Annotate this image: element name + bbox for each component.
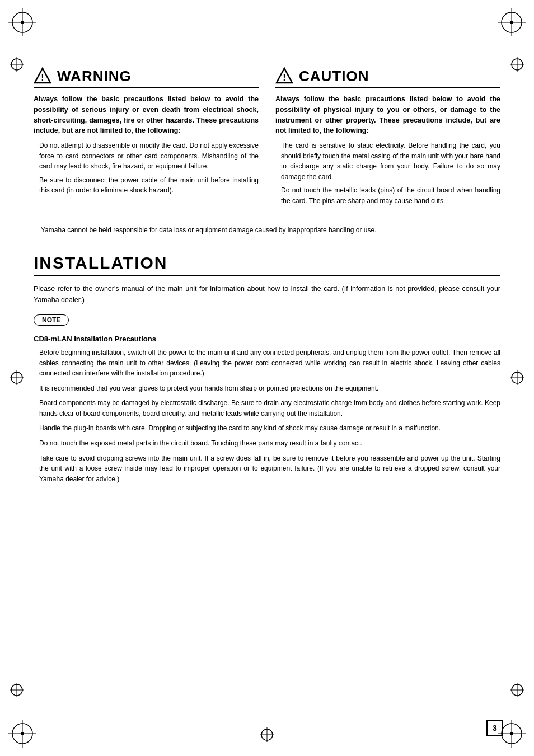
side-mark-left-mid [8, 369, 25, 388]
side-mark-right-bot [509, 682, 526, 700]
warning-icon: ! [34, 67, 51, 85]
note-label: NOTE [34, 314, 69, 326]
installation-sub-heading: CD8-mLAN Installation Precautions [34, 335, 500, 343]
caution-intro: Always follow the basic precautions list… [275, 94, 500, 136]
precaution-5: Do not touch the exposed metal parts in … [34, 438, 500, 449]
svg-point-7 [510, 21, 513, 24]
svg-point-15 [510, 732, 513, 735]
caution-column: ! CAUTION Always follow the basic precau… [275, 67, 500, 210]
caution-title: CAUTION [299, 68, 369, 85]
svg-text:!: ! [41, 73, 44, 82]
warning-header: ! WARNING [34, 67, 259, 88]
warning-para-2: Be sure to disconnect the power cable of… [34, 175, 259, 196]
installation-intro: Please refer to the owner's manual of th… [34, 284, 500, 306]
side-mark-left-bot [8, 682, 25, 700]
side-mark-left-top [8, 56, 25, 74]
caution-para-2: Do not touch the metallic leads (pins) o… [275, 185, 500, 206]
svg-text:!: ! [283, 73, 285, 82]
precaution-4: Handle the plug-in boards with care. Dro… [34, 423, 500, 434]
precaution-1: Before beginning installation, switch of… [34, 348, 500, 379]
warning-caution-section: ! WARNING Always follow the basic precau… [34, 67, 500, 210]
precaution-6: Take care to avoid dropping screws into … [34, 453, 500, 485]
corner-mark-tr [495, 6, 528, 39]
notice-text: Yamaha cannot be held responsible for da… [41, 226, 377, 234]
warning-intro: Always follow the basic precautions list… [34, 94, 259, 136]
caution-para-1: The card is sensitive to static electric… [275, 140, 500, 182]
caution-header: ! CAUTION [275, 67, 500, 88]
warning-title: WARNING [57, 68, 132, 85]
svg-point-3 [21, 21, 24, 24]
caution-icon: ! [275, 67, 293, 85]
warning-column: ! WARNING Always follow the basic precau… [34, 67, 259, 210]
corner-mark-tl [6, 6, 39, 39]
installation-title: INSTALLATION [34, 253, 500, 276]
warning-para-1: Do not attempt to disassemble or modify … [34, 140, 259, 172]
side-mark-right-top [509, 56, 526, 74]
main-content: ! WARNING Always follow the basic precau… [34, 67, 500, 722]
side-mark-right-mid [509, 369, 526, 388]
precaution-2: It is recommended that you wear gloves t… [34, 383, 500, 394]
svg-point-11 [21, 732, 24, 735]
notice-box: Yamaha cannot be held responsible for da… [34, 220, 500, 241]
bottom-center-mark [259, 726, 275, 745]
precaution-3: Board components may be damaged by elect… [34, 398, 500, 419]
